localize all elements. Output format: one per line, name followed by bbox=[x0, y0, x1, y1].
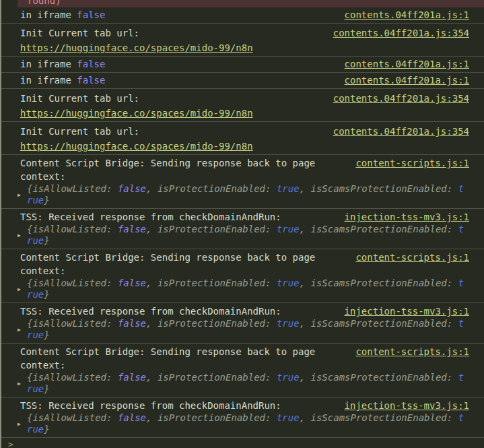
devtools-console-panel: found) in iframefalse contents.04ff201a.… bbox=[0, 0, 484, 448]
object-comma: , bbox=[300, 318, 311, 329]
log-message: in iframefalse bbox=[20, 74, 105, 87]
object-key: isAllowListed bbox=[32, 278, 106, 288]
source-link[interactable]: content-scripts.js:1 bbox=[355, 156, 469, 170]
object-value-true: true bbox=[277, 278, 300, 288]
boolean-value: false bbox=[77, 59, 105, 69]
source-link[interactable]: content-scripts.js:1 bbox=[355, 345, 469, 358]
object-key: isProtectionEnabled bbox=[158, 278, 265, 288]
source-link[interactable]: contents.04ff201a.js:1 bbox=[345, 58, 469, 71]
log-message: TSS: Received response from checkDomainA… bbox=[20, 305, 281, 318]
object-key: isScamsProtectionEnabled bbox=[310, 278, 446, 288]
source-link[interactable]: contents.04ff201a.js:1 bbox=[345, 74, 469, 87]
object-comma: , bbox=[146, 224, 158, 234]
source-link[interactable]: contents.04ff201a.js:354 bbox=[333, 26, 469, 40]
boolean-value: false bbox=[77, 75, 105, 86]
object-comma: , bbox=[300, 278, 311, 288]
object-key: isScamsProtectionEnabled bbox=[310, 372, 446, 383]
object-preview[interactable]: {isAllowListed: false, isProtectionEnabl… bbox=[27, 412, 466, 435]
object-key: isProtectionEnabled bbox=[158, 318, 265, 329]
log-message: in iframefalse bbox=[20, 58, 105, 71]
log-row: Content Script Bridge: Sending response … bbox=[1, 155, 484, 209]
object-brace: } bbox=[44, 383, 49, 394]
page-url-link[interactable]: https://huggingface.co/spaces/mido-99/n8… bbox=[20, 42, 253, 53]
object-colon: : bbox=[447, 372, 458, 383]
object-value-false: false bbox=[118, 278, 146, 288]
source-link[interactable]: content-scripts.js:1 bbox=[355, 251, 469, 264]
expand-arrow-icon[interactable]: ▶ bbox=[18, 327, 21, 333]
boolean-value: false bbox=[77, 9, 105, 20]
log-message: TSS: Received response from checkDomainA… bbox=[20, 210, 281, 224]
object-colon: : bbox=[265, 224, 277, 234]
object-key: isScamsProtectionEnabled bbox=[310, 412, 446, 423]
object-colon: : bbox=[106, 372, 118, 383]
object-value-true: true bbox=[277, 318, 300, 329]
object-colon: : bbox=[106, 412, 118, 423]
source-link[interactable]: contents.04ff201a.js:354 bbox=[333, 91, 469, 106]
object-value-true: true bbox=[277, 183, 300, 194]
object-key: isProtectionEnabled bbox=[158, 412, 265, 423]
object-colon: : bbox=[265, 278, 277, 288]
object-colon: : bbox=[265, 372, 277, 383]
log-row: TSS: Received response from checkDomainA… bbox=[1, 303, 484, 344]
object-comma: , bbox=[146, 278, 158, 288]
object-preview[interactable]: {isAllowListed: false, isProtectionEnabl… bbox=[27, 224, 466, 247]
object-value-false: false bbox=[118, 372, 146, 383]
log-message: Content Script Bridge: Sending response … bbox=[20, 345, 338, 372]
console-prompt-icon: > bbox=[8, 439, 13, 448]
object-key: isScamsProtectionEnabled bbox=[310, 318, 446, 329]
log-message: Init Current tab url: https://huggingfac… bbox=[20, 124, 333, 154]
object-preview[interactable]: {isAllowListed: false, isProtectionEnabl… bbox=[27, 318, 466, 341]
expand-arrow-icon[interactable]: ▶ bbox=[18, 232, 21, 238]
object-colon: : bbox=[106, 183, 118, 194]
object-comma: , bbox=[300, 412, 311, 423]
object-key: isProtectionEnabled bbox=[158, 372, 265, 383]
page-url-link[interactable]: https://huggingface.co/spaces/mido-99/n8… bbox=[20, 141, 253, 152]
object-colon: : bbox=[265, 183, 277, 194]
expand-arrow-icon[interactable]: ▶ bbox=[18, 286, 21, 292]
error-banner[interactable]: found) bbox=[18, 0, 484, 7]
log-row: TSS: Received response from checkDomainA… bbox=[1, 209, 484, 249]
source-link[interactable]: injection-tss-mv3.js:1 bbox=[345, 210, 469, 224]
object-comma: , bbox=[146, 412, 158, 423]
object-comma: , bbox=[146, 318, 158, 329]
expand-arrow-icon[interactable]: ▶ bbox=[18, 421, 21, 427]
object-brace: } bbox=[44, 329, 49, 340]
object-key: isScamsProtectionEnabled bbox=[310, 224, 446, 234]
source-link[interactable]: injection-tss-mv3.js:1 bbox=[345, 399, 469, 412]
log-row: Init Current tab url: https://huggingfac… bbox=[1, 24, 484, 57]
object-preview[interactable]: {isAllowListed: false, isProtectionEnabl… bbox=[27, 278, 466, 300]
object-colon: : bbox=[447, 318, 458, 329]
expand-arrow-icon[interactable]: ▶ bbox=[18, 192, 21, 198]
object-brace: } bbox=[44, 424, 49, 435]
object-preview[interactable]: {isAllowListed: false, isProtectionEnabl… bbox=[27, 183, 466, 206]
object-key: isAllowListed bbox=[32, 372, 106, 383]
object-key: isAllowListed bbox=[32, 224, 106, 234]
source-link[interactable]: injection-tss-mv3.js:1 bbox=[345, 305, 469, 318]
object-value-false: false bbox=[118, 412, 146, 423]
object-colon: : bbox=[106, 318, 118, 329]
object-colon: : bbox=[265, 318, 277, 329]
error-text: found) bbox=[27, 0, 61, 6]
object-comma: , bbox=[300, 183, 311, 194]
page-url-link[interactable]: https://huggingface.co/spaces/mido-99/n8… bbox=[20, 108, 253, 119]
object-key: isAllowListed bbox=[32, 318, 106, 329]
object-brace: } bbox=[44, 289, 49, 300]
object-comma: , bbox=[300, 372, 311, 383]
object-key: isProtectionEnabled bbox=[158, 224, 265, 234]
object-value-true: true bbox=[277, 372, 300, 383]
object-preview[interactable]: {isAllowListed: false, isProtectionEnabl… bbox=[27, 372, 466, 395]
source-link[interactable]: contents.04ff201a.js:354 bbox=[333, 124, 469, 139]
object-comma: , bbox=[146, 183, 158, 194]
object-colon: : bbox=[106, 278, 118, 288]
log-row: TSS: Received response from checkDomainA… bbox=[1, 397, 484, 438]
object-colon: : bbox=[447, 183, 458, 194]
source-link[interactable]: contents.04ff201a.js:1 bbox=[345, 9, 469, 22]
console-input-row[interactable]: > bbox=[1, 438, 484, 448]
object-value-false: false bbox=[118, 183, 146, 194]
expand-arrow-icon[interactable]: ▶ bbox=[18, 381, 21, 387]
object-key: isAllowListed bbox=[32, 183, 106, 194]
log-row: Init Current tab url: https://huggingfac… bbox=[1, 122, 484, 155]
object-value-false: false bbox=[118, 318, 146, 329]
log-row: in iframefalse contents.04ff201a.js:1 bbox=[1, 73, 484, 89]
object-value-false: false bbox=[118, 224, 146, 234]
